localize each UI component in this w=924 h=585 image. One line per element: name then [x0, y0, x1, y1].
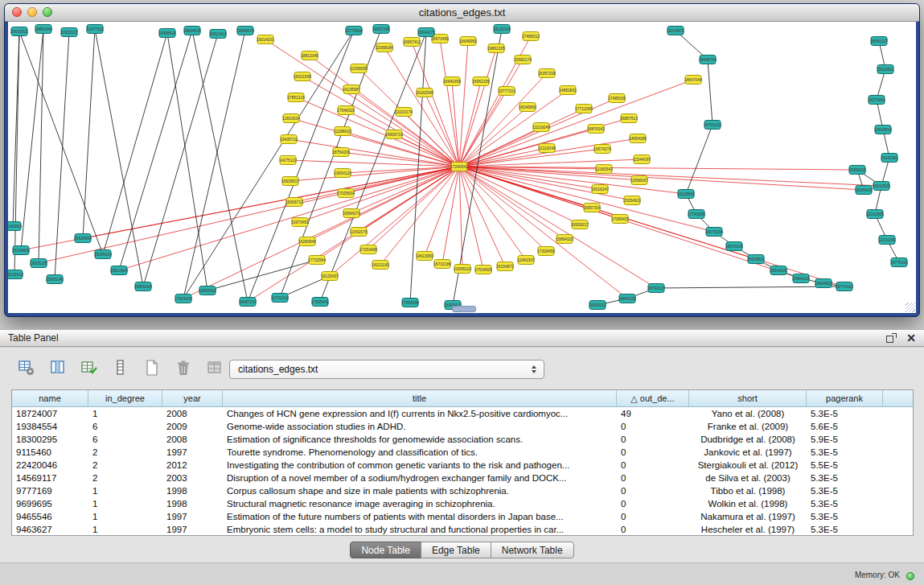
table-rows-button[interactable] — [110, 357, 131, 378]
graph-node[interactable]: 18604526 — [183, 27, 201, 35]
graph-node[interactable]: 16791213 — [704, 121, 721, 130]
table-row[interactable]: 969969511998Structural magnetic resonanc… — [12, 497, 913, 510]
graph-node[interactable]: 15905140 — [46, 275, 64, 284]
graph-node[interactable]: 21677912 — [86, 25, 104, 34]
table-select-dropdown[interactable]: citations_edges.txt — [229, 360, 544, 379]
zoom-window-button[interactable] — [43, 7, 52, 17]
table-row[interactable]: 911546021997Tourette syndrome. Phenomeno… — [12, 446, 913, 459]
graph-node[interactable]: 11288003 — [334, 127, 351, 136]
column-header-year[interactable]: year — [162, 390, 223, 406]
graph-node[interactable]: 15894320 — [556, 235, 573, 244]
graph-node[interactable]: 16646950 — [459, 37, 477, 46]
graph-node[interactable]: 18131004 — [493, 25, 511, 34]
graph-node[interactable]: 16876342 — [587, 125, 605, 134]
graph-node[interactable]: 14613950 — [416, 252, 433, 261]
graph-node[interactable]: 11544097 — [633, 155, 651, 164]
graph-node[interactable]: 19906713 — [385, 130, 403, 139]
graph-node[interactable]: 13220174 — [395, 108, 413, 117]
graph-node[interactable]: 16939517 — [281, 177, 299, 186]
graph-node[interactable]: 17253408 — [359, 245, 377, 254]
graph-node[interactable]: 16021549 — [294, 72, 311, 81]
graph-node[interactable]: 18850344 — [35, 25, 52, 34]
table-row[interactable]: 2242004622012Investigating the contribut… — [12, 459, 913, 472]
graph-node[interactable]: 16732180 — [433, 260, 451, 269]
graph-node[interactable]: 16357208 — [538, 69, 556, 78]
graph-node[interactable]: 15124805 — [12, 246, 30, 255]
graph-node[interactable]: 14142361 — [881, 154, 898, 163]
graph-node[interactable]: 19435710 — [280, 135, 298, 144]
graph-node[interactable]: 16128542 — [677, 190, 695, 199]
graph-node[interactable]: 16273441 — [868, 96, 885, 105]
graph-node[interactable]: 15958215 — [848, 166, 866, 175]
graph-node[interactable]: 12805413 — [199, 286, 216, 295]
graph-node[interactable]: 12810634 — [282, 114, 300, 123]
window-resize-grip[interactable] — [906, 303, 915, 312]
graph-node[interactable]: 12481507 — [517, 256, 535, 265]
graph-node[interactable]: 16284102 — [855, 186, 873, 195]
close-panel-icon[interactable]: ✕ — [906, 333, 916, 344]
graph-node[interactable]: 17654308 — [401, 299, 419, 307]
graph-node[interactable]: 11542076 — [350, 228, 368, 237]
graph-node[interactable]: 16567412 — [403, 38, 421, 47]
graph-node[interactable]: 15964216 — [792, 274, 810, 283]
close-window-button[interactable] — [12, 7, 22, 17]
graph-node[interactable]: 17085425 — [611, 215, 629, 224]
graph-node[interactable]: 16940358 — [443, 77, 461, 86]
graph-node[interactable]: 19125437 — [321, 272, 339, 281]
graph-node[interactable]: 19861305 — [487, 44, 505, 53]
table-row[interactable]: 1456911722003Disruption of a novel membe… — [12, 472, 913, 484]
graph-node[interactable]: 18547044 — [684, 76, 702, 84]
merge-table-button[interactable] — [204, 357, 225, 378]
graph-node[interactable]: 10596067 — [630, 176, 648, 185]
graph-node[interactable]: 19777313 — [498, 87, 515, 96]
column-header-out_degree[interactable]: △ out_de... — [617, 390, 689, 406]
graph-node[interactable]: 16774103 — [836, 282, 853, 291]
window-titlebar[interactable]: citations_edges.txt — [5, 4, 919, 22]
graph-node[interactable]: 12268058 — [350, 64, 368, 73]
graph-node[interactable]: 17712095 — [575, 105, 593, 113]
graph-node[interactable]: 12160542 — [595, 165, 613, 174]
graph-node[interactable]: 18679105 — [725, 242, 743, 251]
graph-node[interactable]: 15054921 — [623, 196, 641, 205]
graph-node[interactable]: 16857513 — [620, 114, 638, 123]
graph-node[interactable]: 16962156 — [472, 77, 490, 86]
graph-node[interactable]: 12116049 — [538, 144, 556, 153]
graph-node[interactable]: 20626594 — [74, 234, 92, 243]
graph-node[interactable]: 12643514 — [874, 126, 892, 134]
graph-node[interactable]: 17732584 — [308, 256, 326, 265]
graph-node[interactable]: 16154872 — [496, 262, 514, 271]
network-canvas[interactable]: 1724054118812045160215491785121612810634… — [8, 22, 916, 313]
graph-node[interactable]: 16214872 — [667, 27, 684, 35]
graph-node[interactable]: 10674274 — [593, 145, 611, 154]
graph-node[interactable]: 18793127 — [647, 284, 665, 293]
graph-node[interactable]: 19013904 — [110, 266, 128, 275]
graph-node[interactable]: 17635441 — [311, 298, 329, 307]
graph-node[interactable]: 19965074 — [236, 27, 254, 35]
graph-node[interactable]: 17851216 — [287, 93, 305, 102]
graph-node[interactable]: 15610821 — [877, 65, 894, 74]
table-row[interactable]: 946554611997Estimation of the future num… — [12, 510, 913, 523]
graph-node[interactable]: 18448794 — [699, 56, 717, 64]
graph-node[interactable]: 18754209 — [332, 148, 350, 157]
graph-node[interactable]: 16918521 — [747, 255, 765, 264]
graph-node[interactable]: 10732104 — [271, 294, 289, 303]
graph-node[interactable]: 10973451 — [291, 218, 309, 227]
graph-node[interactable]: 16510412 — [209, 30, 227, 39]
graph-node[interactable]: 16644170 — [417, 28, 435, 37]
tab-network-table[interactable]: Network Table — [491, 542, 574, 558]
graph-node[interactable]: 17546320 — [337, 106, 355, 115]
graph-node[interactable]: 20160834 — [8, 222, 22, 231]
delete-column-button[interactable] — [173, 357, 194, 378]
graph-node[interactable]: 16210505 — [873, 182, 890, 191]
graph-node[interactable]: 22775638 — [345, 27, 363, 35]
table-settings-button[interactable] — [16, 357, 37, 378]
graph-node[interactable]: 16775103 — [890, 258, 908, 267]
tab-node-table[interactable]: Node Table — [350, 542, 421, 558]
graph-node[interactable]: 16046893 — [519, 103, 536, 112]
graph-node[interactable]: 12210340 — [878, 236, 896, 245]
minimize-window-button[interactable] — [27, 7, 37, 17]
graph-node[interactable]: 16509217 — [571, 220, 589, 229]
graph-node[interactable]: 16079194 — [705, 228, 723, 237]
import-table-button[interactable] — [79, 357, 100, 378]
graph-node[interactable]: 10995113 — [454, 265, 471, 274]
